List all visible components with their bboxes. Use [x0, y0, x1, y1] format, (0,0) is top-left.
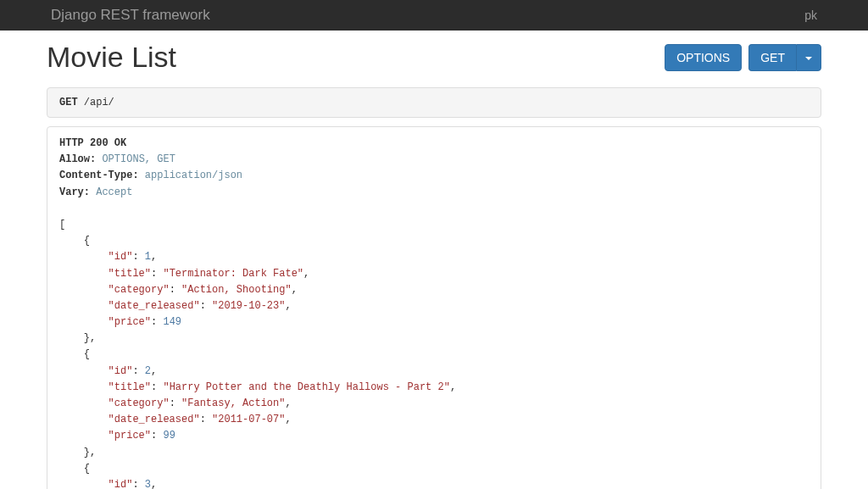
request-method: GET	[59, 97, 78, 108]
navbar: Django REST framework pk	[0, 0, 868, 31]
header-content-type-value: application/json	[145, 169, 242, 181]
header-vary-value: Accept	[96, 186, 132, 198]
get-button-group: GET	[748, 44, 821, 71]
chevron-down-icon	[805, 57, 812, 60]
request-path: /api/	[84, 97, 114, 108]
response-body: [ { "id": 1, "title": "Terminator: Dark …	[59, 219, 456, 489]
response-panel: HTTP 200 OK Allow: OPTIONS, GET Content-…	[47, 126, 821, 489]
button-group: OPTIONS GET	[665, 44, 821, 71]
page-title: Movie List	[47, 41, 176, 74]
header-content-type-label: Content-Type:	[59, 169, 139, 181]
header-allow-value: OPTIONS, GET	[102, 153, 175, 165]
header-row: Movie List OPTIONS GET	[47, 41, 821, 74]
header-allow-label: Allow:	[59, 153, 96, 165]
get-button[interactable]: GET	[748, 44, 796, 71]
get-dropdown-toggle[interactable]	[796, 44, 821, 71]
navbar-brand[interactable]: Django REST framework	[51, 7, 210, 24]
request-bar: GET /api/	[47, 87, 821, 118]
main-container: Movie List OPTIONS GET GET /api/ HTTP 20…	[0, 31, 868, 489]
navbar-user[interactable]: pk	[804, 8, 817, 22]
response-status: HTTP 200 OK	[59, 137, 126, 149]
options-button[interactable]: OPTIONS	[665, 44, 742, 71]
header-vary-label: Vary:	[59, 186, 90, 198]
